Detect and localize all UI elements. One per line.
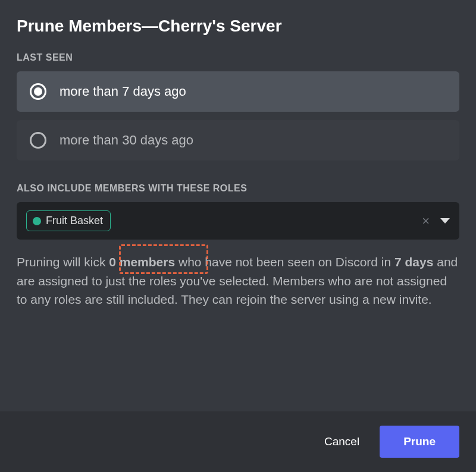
modal-title: Prune Members—Cherry's Server [17, 17, 459, 36]
desc-prefix: Pruning will kick [17, 255, 109, 269]
radio-label-7-days: more than 7 days ago [60, 84, 186, 99]
chevron-down-icon[interactable] [440, 218, 450, 224]
radio-option-30-days[interactable]: more than 30 days ago [17, 120, 459, 161]
roles-label: ALSO INCLUDE MEMBERS WITH THESE ROLES [17, 183, 459, 194]
last-seen-label: LAST SEEN [17, 52, 459, 63]
radio-unselected-icon [30, 132, 46, 149]
prune-description: Pruning will kick 0 members who have not… [17, 253, 459, 309]
clear-roles-icon[interactable]: × [422, 213, 430, 229]
radio-selected-icon [30, 83, 46, 100]
role-select[interactable]: Fruit Basket × [17, 202, 459, 240]
cancel-button[interactable]: Cancel [309, 427, 375, 457]
desc-mid: who have not been seen on Discord in [175, 255, 394, 269]
role-chip-fruit-basket[interactable]: Fruit Basket [26, 210, 111, 231]
modal-content: Prune Members—Cherry's Server LAST SEEN … [0, 0, 476, 411]
prune-button[interactable]: Prune [380, 426, 459, 458]
radio-option-7-days[interactable]: more than 7 days ago [17, 71, 459, 112]
radio-dot-icon [34, 87, 42, 96]
role-name: Fruit Basket [46, 215, 103, 227]
role-color-dot-icon [33, 217, 41, 225]
modal-footer: Cancel Prune [0, 411, 476, 472]
prune-members-modal: Prune Members—Cherry's Server LAST SEEN … [0, 0, 476, 472]
radio-label-30-days: more than 30 days ago [60, 133, 193, 148]
desc-member-count: 0 members [109, 255, 175, 269]
desc-days: 7 days [394, 255, 433, 269]
